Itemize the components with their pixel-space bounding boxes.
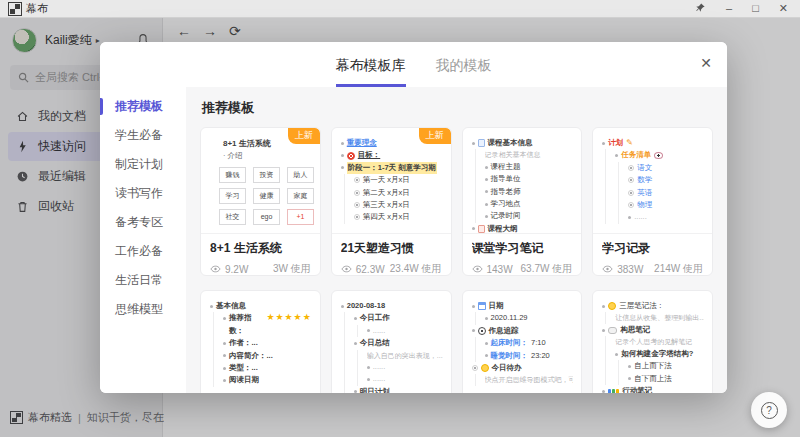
new-badge: 上新 bbox=[288, 128, 320, 144]
category-recommended[interactable]: 推荐模板 bbox=[100, 92, 186, 121]
template-main: 推荐模板 上新 8+1 生活系统 · 介绍 赚钱 投资 助人 学习 bbox=[186, 87, 727, 393]
document-icon bbox=[478, 139, 485, 147]
help-button[interactable]: ? bbox=[751, 392, 787, 428]
modal-body: 推荐模板 学生必备 制定计划 读书写作 备考专区 工作必备 生活日常 思维模型 … bbox=[100, 87, 727, 393]
template-card-daily-journal[interactable]: 2020-08-18 今日工作 ...... 今日总结 输入自己的突出表现，..… bbox=[331, 290, 452, 393]
app-window: 幕布 – □ ✕ Kaili愛纯 ▸ bbox=[0, 0, 800, 437]
mubu-logo-icon bbox=[10, 4, 20, 14]
category-students[interactable]: 学生必备 bbox=[100, 121, 186, 150]
alarm-clock-icon bbox=[478, 327, 486, 335]
template-card-study-log[interactable]: 计划✎ 任务清单 语文 数学 英语 物理 ...... bbox=[592, 127, 713, 276]
views-eye-icon bbox=[210, 265, 221, 273]
category-reading-writing[interactable]: 读书写作 bbox=[100, 179, 186, 208]
template-card-21days[interactable]: 上新 重要理念 目标： 阶段一：1-7天 刻意学习期 第一天 x月x日 第二天 … bbox=[331, 127, 452, 276]
template-grid: 上新 8+1 生活系统 · 介绍 赚钱 投资 助人 学习 健康 家庭 bbox=[200, 127, 713, 393]
modal-close-icon[interactable]: ✕ bbox=[700, 55, 712, 71]
use-count: 23.4W 使用 bbox=[390, 262, 442, 276]
views-eye-icon bbox=[472, 265, 483, 273]
category-work[interactable]: 工作必备 bbox=[100, 237, 186, 266]
template-card-8plus1[interactable]: 上新 8+1 生活系统 · 介绍 赚钱 投资 助人 学习 健康 家庭 bbox=[200, 127, 321, 276]
view-count: 143W bbox=[487, 264, 513, 275]
tab-my-templates[interactable]: 我的模板 bbox=[436, 57, 492, 87]
close-button[interactable]: ✕ bbox=[779, 3, 788, 14]
view-count: 62.3W bbox=[356, 264, 385, 275]
bulb-icon bbox=[481, 364, 489, 372]
new-badge: 上新 bbox=[419, 128, 451, 144]
minimize-button[interactable]: – bbox=[726, 3, 732, 14]
card-title: 21天塑造习惯 bbox=[341, 240, 442, 257]
calendar-icon bbox=[478, 302, 486, 310]
template-library-modal: 幕布模板库 我的模板 ✕ 推荐模板 学生必备 制定计划 读书写作 备考专区 工作… bbox=[100, 42, 727, 393]
category-planning[interactable]: 制定计划 bbox=[100, 150, 186, 179]
template-card-book-notes[interactable]: 基本信息 推荐指数：★★★★★ 作者：... 内容简介：... 类型：... 阅… bbox=[200, 290, 321, 393]
modal-header: 幕布模板库 我的模板 ✕ bbox=[100, 42, 727, 87]
template-card-three-layer-notes[interactable]: 三层笔记法： 让信息从收集、整理到输出... 构思笔记 记录个人思考的见解笔记 … bbox=[592, 290, 713, 393]
views-eye-icon bbox=[602, 265, 613, 273]
view-count: 9.2W bbox=[225, 264, 248, 275]
help-icon: ? bbox=[761, 402, 778, 419]
use-count: 3W 使用 bbox=[273, 262, 311, 276]
category-sidebar: 推荐模板 学生必备 制定计划 读书写作 备考专区 工作必备 生活日常 思维模型 bbox=[100, 87, 186, 393]
pencil-icon: ✎ bbox=[626, 139, 633, 147]
titlebar: 幕布 – □ ✕ bbox=[0, 0, 800, 18]
eyes-icon bbox=[654, 152, 663, 159]
views-eye-icon bbox=[341, 265, 352, 273]
target-icon bbox=[347, 152, 355, 160]
template-card-daily-tracker[interactable]: 日期 2020.11.29 作息追踪 起床时间：7:10 睡觉时间：23:20 … bbox=[462, 290, 583, 393]
tab-template-library[interactable]: 幕布模板库 bbox=[336, 57, 406, 87]
template-card-class-notes[interactable]: 课程基本信息 记录相关基本信息 课程主题 指导单位 指导老师 学习地点 记录时间… bbox=[462, 127, 583, 276]
life-grid: 赚钱 投资 助人 学习 健康 家庭 社交 ego +1 bbox=[219, 167, 312, 225]
card-title: 学习记录 bbox=[602, 240, 703, 257]
section-heading: 推荐模板 bbox=[202, 99, 713, 117]
document-icon bbox=[478, 225, 485, 233]
window-title: 幕布 bbox=[26, 1, 48, 16]
view-count: 383W bbox=[617, 264, 643, 275]
category-exam-prep[interactable]: 备考专区 bbox=[100, 208, 186, 237]
card-title: 8+1 生活系统 bbox=[210, 240, 311, 257]
bulb-icon bbox=[608, 302, 616, 310]
card-title: 课堂学习笔记 bbox=[472, 240, 573, 257]
maximize-button[interactable]: □ bbox=[752, 3, 759, 14]
speech-bubble-icon bbox=[608, 327, 617, 334]
use-count: 63.7W 使用 bbox=[521, 262, 573, 276]
category-daily-life[interactable]: 生活日常 bbox=[100, 266, 186, 295]
pin-icon[interactable] bbox=[695, 2, 706, 15]
runner-icon bbox=[608, 389, 619, 393]
use-count: 214W 使用 bbox=[654, 262, 703, 276]
rating-stars: ★★★★★ bbox=[266, 312, 311, 323]
category-thinking-models[interactable]: 思维模型 bbox=[100, 295, 186, 324]
